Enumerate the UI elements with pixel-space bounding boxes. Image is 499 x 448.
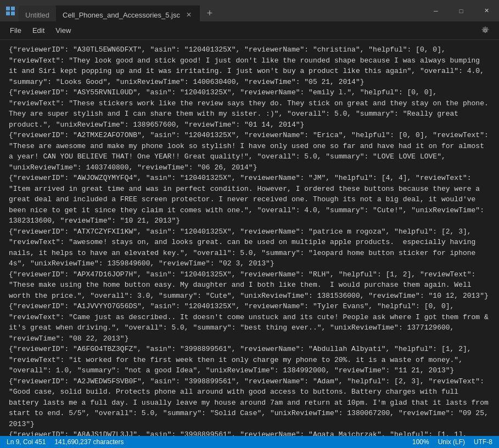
window-controls: ─ □ ✕ — [423, 0, 499, 21]
minimize-button[interactable]: ─ — [423, 0, 448, 21]
tab-untitled-label: Untitled — [25, 11, 49, 19]
menu-bar: File Edit View — [0, 21, 499, 40]
cursor-position[interactable]: Ln 9, Col 451 — [7, 438, 46, 446]
svg-rect-3 — [11, 12, 15, 15]
file-menu[interactable]: File — [4, 24, 27, 37]
edit-menu[interactable]: Edit — [27, 24, 50, 37]
editor-content[interactable]: {"reviewerID": "A30TL5EWN6DFXT", "asin":… — [0, 40, 499, 436]
cursor-position-text: Ln 9, Col 451 — [7, 438, 46, 446]
zoom-level[interactable]: 100% — [412, 438, 429, 446]
editor-container: {"reviewerID": "A30TL5EWN6DFXT", "asin":… — [0, 40, 499, 436]
settings-button[interactable] — [476, 23, 495, 38]
svg-rect-1 — [11, 7, 15, 10]
tabs-area: Untitled Cell_Phones_and_Accessories_5.j… — [19, 0, 423, 21]
new-tab-button[interactable]: + — [202, 6, 217, 21]
char-count: 141,690,237 characters — [54, 438, 124, 446]
char-count-text: 141,690,237 characters — [54, 438, 124, 446]
status-right: 100% Unix (LF) UTF-8 — [412, 438, 492, 446]
tab-untitled[interactable]: Untitled — [19, 5, 56, 21]
view-menu[interactable]: View — [50, 24, 76, 37]
editor-text: {"reviewerID": "A30TL5EWN6DFXT", "asin":… — [0, 44, 499, 436]
svg-rect-0 — [6, 7, 10, 10]
encoding-text: UTF-8 — [474, 438, 492, 446]
line-ending-text: Unix (LF) — [438, 438, 465, 446]
app-icon — [4, 5, 16, 17]
tab-active-label: Cell_Phones_and_Accessories_5.jsc — [63, 11, 180, 19]
zoom-text: 100% — [412, 438, 429, 446]
tab-close-btn[interactable]: ✕ — [184, 10, 193, 19]
encoding[interactable]: UTF-8 — [474, 438, 492, 446]
close-button[interactable]: ✕ — [474, 0, 499, 21]
title-bar-left — [0, 5, 19, 17]
svg-rect-2 — [6, 12, 10, 15]
line-ending[interactable]: Unix (LF) — [438, 438, 465, 446]
tab-active[interactable]: Cell_Phones_and_Accessories_5.jsc ✕ — [56, 5, 200, 21]
title-bar: Untitled Cell_Phones_and_Accessories_5.j… — [0, 0, 499, 21]
maximize-button[interactable]: □ — [448, 0, 474, 21]
status-bar: Ln 9, Col 451 141,690,237 characters 100… — [0, 436, 499, 448]
